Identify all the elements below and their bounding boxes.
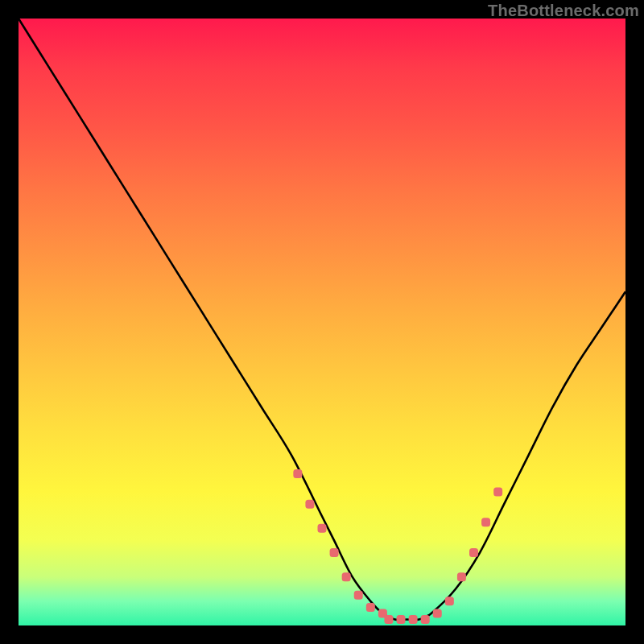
marker-point [421, 615, 430, 624]
marker-point [305, 500, 314, 509]
plot-area [19, 19, 625, 625]
chart-frame: TheBottleneck.com [0, 0, 644, 644]
marker-point [366, 603, 375, 612]
highlighted-points [293, 469, 502, 624]
marker-point [354, 591, 363, 600]
marker-point [342, 572, 351, 581]
marker-point [397, 615, 406, 624]
watermark-text: TheBottleneck.com [488, 2, 639, 20]
marker-point [481, 518, 490, 526]
marker-point [293, 469, 302, 478]
marker-point [384, 615, 393, 624]
marker-point [457, 572, 466, 581]
marker-point [493, 488, 502, 497]
marker-point [318, 524, 327, 533]
marker-point [469, 548, 478, 557]
marker-point [445, 597, 454, 605]
marker-point [433, 609, 442, 617]
marker-point [330, 548, 339, 557]
chart-svg [19, 19, 625, 625]
marker-point [409, 615, 418, 624]
